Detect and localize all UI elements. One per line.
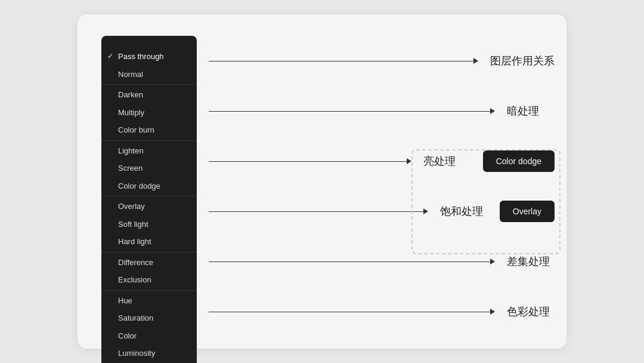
dropdown-group-0: Pass throughNormal [101,47,197,85]
dropdown-item-lighten[interactable]: Lighten [101,142,197,160]
arrow-head-1 [490,108,495,114]
dropdown-item-luminosity[interactable]: Luminosity [101,344,197,362]
line-2 [209,161,407,162]
arrow-head-0 [473,58,478,64]
main-card: Pass throughNormalDarkenMultiplyColor bu… [78,14,566,349]
arrow-line-0 [209,58,478,64]
arrow-head-2 [407,158,411,164]
dropdown-item-screen[interactable]: Screen [101,159,197,177]
dropdown-label [101,41,197,47]
line-5 [209,312,490,312]
line-4 [209,262,490,262]
dropdown-item-exclusion[interactable]: Exclusion [101,271,197,289]
dropdown-item-hard-light[interactable]: Hard light [101,233,197,251]
diagram-row-4: 差集处理 [209,238,555,285]
arrow-line-1 [209,108,495,114]
dropdown-item-color[interactable]: Color [101,327,197,345]
row-button-color-dodge[interactable]: Color dodge [483,150,555,172]
diagram-row-2: 亮处理Color dodge [209,137,555,185]
line-3 [209,211,423,212]
dropdown-item-difference[interactable]: Difference [101,254,197,272]
row-label-4: 差集处理 [507,254,555,269]
row-label-1: 暗处理 [507,104,555,118]
arrow-line-3 [209,208,428,214]
dropdown-item-color-dodge[interactable]: Color dodge [101,177,197,195]
row-button-overlay[interactable]: Overlay [500,201,555,222]
dropdown-group-4: DifferenceExclusion [101,253,197,291]
diagram-row-5: 色彩处理 [209,288,555,336]
diagram-area: 图层作用关系暗处理亮处理Color dodge饱和处理Overlay差集处理色彩… [209,36,555,337]
diagram-row-3: 饱和处理Overlay [209,187,555,235]
arrow-line-4 [209,259,495,264]
blend-mode-dropdown[interactable]: Pass throughNormalDarkenMultiplyColor bu… [101,36,197,363]
row-label-0: 图层作用关系 [490,54,555,68]
row-label-5: 色彩处理 [507,304,555,319]
row-label-3: 饱和处理 [440,204,488,219]
dropdown-item-normal[interactable]: Normal [101,66,197,84]
dropdown-item-saturation[interactable]: Saturation [101,309,197,327]
dropdown-group-5: HueSaturationColorLuminosity [101,291,197,364]
arrow-head-5 [490,309,495,315]
line-0 [209,61,473,61]
arrow-head-4 [490,259,495,264]
dropdown-group-2: LightenScreenColor dodge [101,141,197,197]
diagram-row-0: 图层作用关系 [209,37,555,85]
dropdown-item-multiply[interactable]: Multiply [101,104,197,122]
arrow-line-5 [209,309,495,315]
dropdown-item-color-burn[interactable]: Color burn [101,121,197,139]
line-1 [209,111,490,112]
diagram-row-1: 暗处理 [209,87,555,135]
arrow-line-2 [209,158,411,164]
dropdown-item-overlay[interactable]: Overlay [101,198,197,216]
dropdown-item-hue[interactable]: Hue [101,292,197,310]
dropdown-item-soft-light[interactable]: Soft light [101,216,197,233]
row-label-2: 亮处理 [423,154,471,168]
dropdown-group-1: DarkenMultiplyColor burn [101,85,197,141]
dropdown-group-3: OverlaySoft lightHard light [101,196,197,253]
dropdown-item-darken[interactable]: Darken [101,86,197,104]
dropdown-item-pass-through[interactable]: Pass through [101,48,197,66]
arrow-head-3 [423,208,428,214]
